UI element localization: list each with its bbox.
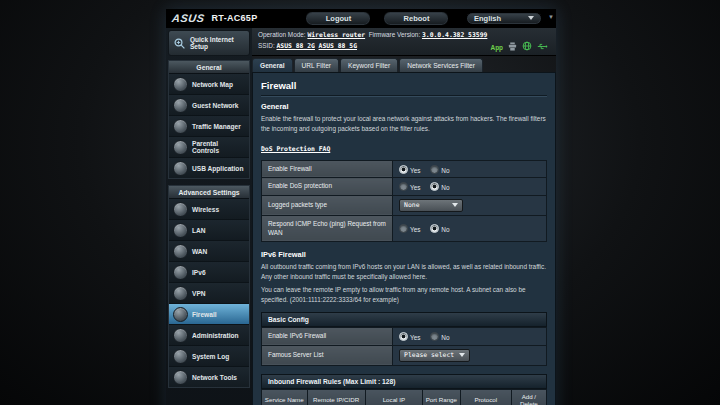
main-column: Operation Mode: Wireless router Firmware… [252,28,556,405]
sidebar-item-administration[interactable]: Administration [169,325,249,346]
sidebar-item-label: Parental Controls [192,140,245,154]
sidebar-item-label: Firewall [192,311,217,318]
firmware-version-link[interactable]: 3.0.0.4.382_53599 [422,31,487,39]
lan-icon [173,223,188,238]
printer-icon[interactable] [508,42,517,51]
enable-firewall-no-radio[interactable] [430,165,439,174]
logged-packets-select-value: None [404,201,419,209]
basic-config-heading: Basic Config [261,312,547,327]
sidebar-item-system-log[interactable]: System Log [169,346,249,367]
enable-ipv6-firewall-yes-radio[interactable] [399,332,408,341]
table-row: Enable Firewall Yes No [262,160,547,178]
tab-general[interactable]: General [252,58,293,72]
reboot-button[interactable]: Reboot [383,11,449,26]
model-name: RT-AC65P [212,13,258,23]
sidebar-item-traffic-manager[interactable]: Traffic Manager [169,116,249,137]
ipv6-description-2: You can leave the remote IP empty to all… [261,285,547,305]
tab-url-filter[interactable]: URL Filter [294,58,339,72]
enable-dos-yes-radio[interactable] [399,182,408,191]
sidebar-item-label: System Log [192,353,229,360]
tab-network-services-filter[interactable]: Network Services Filter [399,58,483,72]
famous-server-list-select[interactable]: Please select [399,349,470,362]
radio-label: No [441,167,449,174]
general-settings-table: Enable Firewall Yes No Enable DoS protec… [261,160,547,243]
sidebar-item-firewall[interactable]: Firewall [169,304,249,325]
status-icons: App [491,30,550,52]
ssid-2g-link[interactable]: ASUS_88_2G [276,42,314,50]
tab-keyword-filter[interactable]: Keyword Filter [340,58,398,72]
sidebar-item-ipv6[interactable]: IPv6 [169,262,249,283]
usb-icon[interactable] [537,42,548,51]
table-row: Enable DoS protection Yes No [262,178,547,196]
usb-application-icon [173,161,188,176]
ssid-5g-link[interactable]: ASUS_88_5G [319,42,357,50]
language-select[interactable]: English [466,12,542,25]
operation-mode-link[interactable]: Wireless router [307,31,365,39]
scroll-down-icon[interactable]: ▼ [548,14,554,20]
ipv6-description-1: All outbound traffic coming from IPv6 ho… [261,262,547,282]
sidebar-item-label: Traffic Manager [192,123,241,130]
sidebar-item-vpn[interactable]: VPN [169,283,249,304]
sidebar-section-general: General Network Map Guest Network Traffi… [168,60,250,179]
firewall-panel: Firewall General Enable the firewall to … [252,72,556,405]
table-row: Respond ICMP Echo (ping) Request from WA… [262,215,547,241]
col-port-range: Port Range [422,389,460,405]
chevron-down-icon [528,16,534,20]
sidebar-item-label: WAN [192,248,207,255]
quick-internet-setup-label: Quick Internet Setup [190,36,245,51]
logged-packets-label: Logged packets type [262,195,393,215]
network-map-icon [173,77,188,92]
col-protocol: Protocol [460,389,511,405]
app-icon[interactable]: App [491,44,503,51]
logout-button[interactable]: Logout [305,11,371,26]
general-section-heading: General [261,102,547,111]
respond-icmp-no-radio[interactable] [430,224,439,233]
table-header-row: Service Name Remote IP/CIDR Local IP Por… [262,389,547,405]
enable-dos-label: Enable DoS protection [262,178,393,196]
status-infobar: Operation Mode: Wireless router Firmware… [252,28,556,56]
chevron-down-icon [452,203,458,207]
sidebar-item-lan[interactable]: LAN [169,220,249,241]
quick-internet-setup-button[interactable]: Quick Internet Setup [168,30,250,56]
page-title: Firewall [261,79,547,96]
enable-firewall-label: Enable Firewall [262,160,393,178]
radio-label: Yes [410,167,420,174]
enable-firewall-yes-radio[interactable] [399,165,408,174]
operation-mode-label: Operation Mode: [258,31,306,38]
sidebar-item-label: Administration [192,332,239,339]
col-remote-ip: Remote IP/CIDR [307,389,365,405]
sidebar-item-usb-application[interactable]: USB Application [169,158,249,178]
sidebar-item-label: Network Tools [192,374,237,381]
sidebar-item-label: Guest Network [192,102,239,109]
enable-ipv6-firewall-no-radio[interactable] [430,332,439,341]
sidebar-item-parental-controls[interactable]: Parental Controls [169,137,249,158]
quick-internet-setup-icon [173,37,186,50]
radio-label: No [441,184,449,191]
sidebar-item-network-map[interactable]: Network Map [169,74,249,95]
sidebar-item-label: Wireless [192,206,219,213]
asus-logo: ASUS [171,12,205,24]
col-local-ip: Local IP [365,389,422,405]
ssid-line: SSID: ASUS_88_2G ASUS_88_5G [258,41,487,52]
dos-protection-faq-link[interactable]: DoS Protection FAQ [261,145,330,153]
globe-icon[interactable] [522,41,532,51]
table-row: Famous Server List Please select [262,345,547,365]
radio-label: No [441,226,449,233]
enable-dos-no-radio[interactable] [430,182,439,191]
respond-icmp-yes-radio[interactable] [399,224,408,233]
sidebar-item-wireless[interactable]: Wireless [169,199,249,220]
radio-label: Yes [410,226,420,233]
radio-label: Yes [410,184,420,191]
sidebar-section-advanced-title: Advanced Settings [169,186,249,199]
wan-icon [173,244,188,259]
col-add-delete: Add / Delete [511,389,546,405]
filter-tabs: General URL Filter Keyword Filter Networ… [252,56,556,72]
sidebar-item-label: IPv6 [192,269,206,276]
sidebar-item-wan[interactable]: WAN [169,241,249,262]
chevron-down-icon [459,353,465,357]
logged-packets-select[interactable]: None [399,199,463,212]
sidebar-item-guest-network[interactable]: Guest Network [169,95,249,116]
col-service-name: Service Name [262,389,308,405]
ssid-label: SSID: [258,42,275,49]
sidebar-item-network-tools[interactable]: Network Tools [169,367,249,387]
